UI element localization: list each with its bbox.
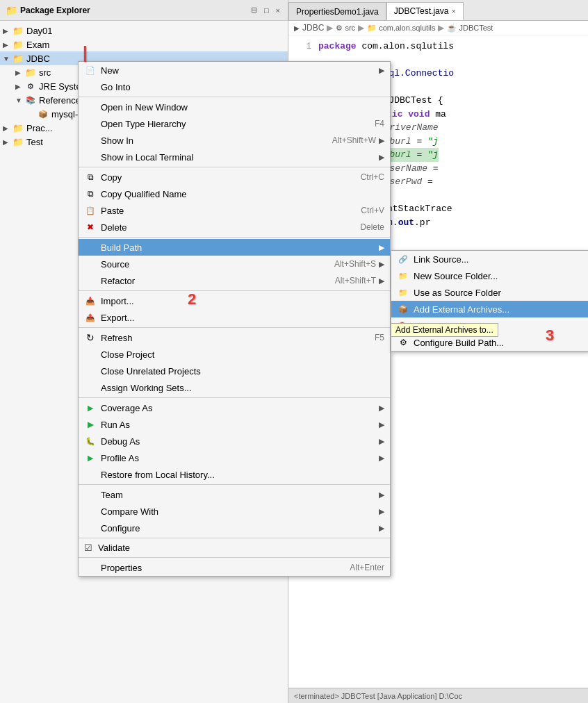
shortcut-source: Alt+Shift+S — [320, 259, 376, 269]
configure-icon — [84, 522, 97, 534]
submenu-item-link-source[interactable]: Link Source... — [391, 251, 588, 267]
menu-item-export[interactable]: Export... — [79, 309, 390, 326]
menu-arrow-build-path: ▶ — [379, 243, 384, 252]
menu-item-validate[interactable]: ☑ Validate — [79, 540, 390, 556]
tab-close-jdbc[interactable]: × — [451, 7, 455, 15]
code-line-1: 1 package com.alon.sqlutils — [294, 40, 582, 53]
menu-item-properties[interactable]: Properties Alt+Enter — [79, 559, 390, 576]
folder-icon: 📁 — [6, 5, 17, 16]
tree-arrow-day01: ▶ — [3, 27, 13, 35]
breadcrumb-class[interactable]: ☕ JDBCTest — [447, 24, 493, 33]
panel-title-label: Package Explorer — [20, 6, 90, 15]
menu-item-copy[interactable]: Copy Ctrl+C — [79, 169, 390, 185]
menu-item-import[interactable]: Import... — [79, 292, 390, 309]
project-icon-day01: 📁 — [13, 25, 24, 36]
run-as-icon — [84, 419, 97, 430]
add-external-tooltip: Add External Archives to... — [391, 323, 498, 337]
menu-label-validate: Validate — [98, 543, 384, 553]
tree-arrow-prac: ▶ — [3, 124, 13, 132]
menu-label-debug-as: Debug As — [101, 436, 376, 447]
copy-qualified-icon — [84, 188, 97, 199]
menu-item-team[interactable]: Team ▶ — [79, 486, 390, 503]
menu-item-compare-with[interactable]: Compare With ▶ — [79, 503, 390, 520]
menu-item-open-window[interactable]: Open in New Window — [79, 99, 390, 115]
breadcrumb-jdbc[interactable]: JDBC — [302, 23, 324, 33]
menu-item-coverage[interactable]: Coverage As ▶ — [79, 399, 390, 416]
menu-item-profile-as[interactable]: Profile As ▶ — [79, 449, 390, 466]
menu-item-assign-sets[interactable]: Assign Working Sets... — [79, 379, 390, 396]
close-project-icon — [84, 349, 97, 360]
submenu-label-add-external: Add External Archives... — [414, 304, 509, 315]
tree-arrow-reflibrary: ▼ — [15, 97, 25, 104]
status-bar: <terminated> JDBCTest [Java Application]… — [288, 688, 588, 703]
submenu-item-use-source[interactable]: Use as Source Folder — [391, 284, 588, 301]
menu-label-build-path: Build Path — [101, 242, 376, 253]
menu-arrow-show-in: ▶ — [379, 136, 384, 145]
tree-item-day01[interactable]: ▶ 📁 Day01 — [0, 24, 288, 38]
shortcut-paste: Ctrl+V — [347, 206, 384, 215]
link-source-icon — [397, 254, 409, 265]
context-menu: New ▶ Go Into Open in New Window Open Ty… — [78, 61, 391, 577]
new-source-folder-icon — [397, 270, 409, 281]
tree-label-jdbc: JDBC — [26, 53, 50, 64]
tree-item-exam[interactable]: ▶ 📁 Exam — [0, 38, 288, 51]
menu-item-refresh[interactable]: Refresh F5 — [79, 329, 390, 346]
menu-item-new[interactable]: New ▶ — [79, 62, 390, 78]
menu-item-debug-as[interactable]: Debug As ▶ — [79, 433, 390, 449]
shortcut-open-type: F4 — [361, 119, 384, 129]
restore-history-icon — [84, 469, 97, 480]
menu-label-assign-sets: Assign Working Sets... — [101, 383, 384, 393]
menu-label-import: Import... — [101, 296, 384, 306]
close-view-button[interactable]: × — [274, 6, 282, 15]
menu-item-refactor[interactable]: Refactor Alt+Shift+T ▶ — [79, 272, 390, 289]
menu-label-new: New — [101, 65, 376, 76]
refresh-icon — [84, 332, 97, 343]
menu-label-open-type: Open Type Hierarchy — [101, 119, 361, 129]
menu-label-paste: Paste — [101, 206, 347, 216]
menu-item-show-local[interactable]: Show in Local Terminal ▶ — [79, 149, 390, 165]
panel-title: 📁 Package Explorer — [6, 5, 90, 16]
menu-label-open-window: Open in New Window — [101, 102, 384, 113]
breadcrumb-src[interactable]: ⚙ src — [336, 24, 355, 33]
close-unrelated-icon — [84, 365, 97, 377]
menu-arrow-profile-as: ▶ — [379, 454, 384, 463]
menu-item-restore-history[interactable]: Restore from Local History... — [79, 466, 390, 483]
separator-9 — [79, 557, 390, 558]
menu-item-copy-qualified[interactable]: Copy Qualified Name — [79, 185, 390, 202]
menu-item-build-path[interactable]: Build Path ▶ — [79, 239, 390, 256]
menu-item-open-type[interactable]: Open Type Hierarchy F4 — [79, 115, 390, 132]
paste-icon — [84, 205, 97, 216]
menu-item-run-as[interactable]: Run As ▶ — [79, 416, 390, 433]
menu-label-export: Export... — [101, 313, 384, 323]
menu-item-close-unrelated[interactable]: Close Unrelated Projects — [79, 363, 390, 379]
menu-item-paste[interactable]: Paste Ctrl+V — [79, 202, 390, 219]
menu-item-go-into[interactable]: Go Into — [79, 78, 390, 95]
use-source-icon — [397, 287, 409, 298]
tree-label-exam: Exam — [26, 40, 49, 50]
submenu-item-add-external[interactable]: Add External Archives... — [391, 301, 588, 317]
menu-item-delete[interactable]: Delete Delete — [79, 219, 390, 235]
tab-properties-demo[interactable]: PropertiesDemo1.java — [288, 2, 386, 20]
menu-label-run-as: Run As — [101, 420, 376, 430]
assign-sets-icon — [84, 382, 97, 393]
submenu-item-new-source-folder[interactable]: New Source Folder... — [391, 267, 588, 284]
menu-label-source: Source — [101, 259, 320, 270]
minimize-view-icon[interactable]: ⊟ — [249, 5, 259, 15]
import-icon — [84, 295, 97, 306]
menu-label-show-in: Show In — [101, 135, 318, 146]
breadcrumb-icon: ▶ — [294, 24, 300, 32]
separator-6 — [79, 397, 390, 398]
separator-1 — [79, 97, 390, 97]
tab-label-jdbc: JDBCTest.java — [394, 6, 449, 16]
menu-item-close-project[interactable]: Close Project — [79, 346, 390, 363]
breadcrumb-package[interactable]: 📁 com.alon.sqlutils — [367, 24, 435, 33]
menu-item-show-in[interactable]: Show In Alt+Shift+W ▶ — [79, 132, 390, 149]
menu-item-configure[interactable]: Configure ▶ — [79, 520, 390, 536]
tab-jdbc-test[interactable]: JDBCTest.java × — [386, 2, 464, 20]
menu-arrow-team: ▶ — [379, 490, 384, 499]
menu-label-properties: Properties — [101, 563, 336, 573]
tree-arrow-src: ▶ — [15, 69, 25, 76]
menu-arrow-debug-as: ▶ — [379, 437, 384, 446]
maximize-view-icon[interactable]: □ — [262, 6, 271, 15]
menu-item-source[interactable]: Source Alt+Shift+S ▶ — [79, 256, 390, 272]
